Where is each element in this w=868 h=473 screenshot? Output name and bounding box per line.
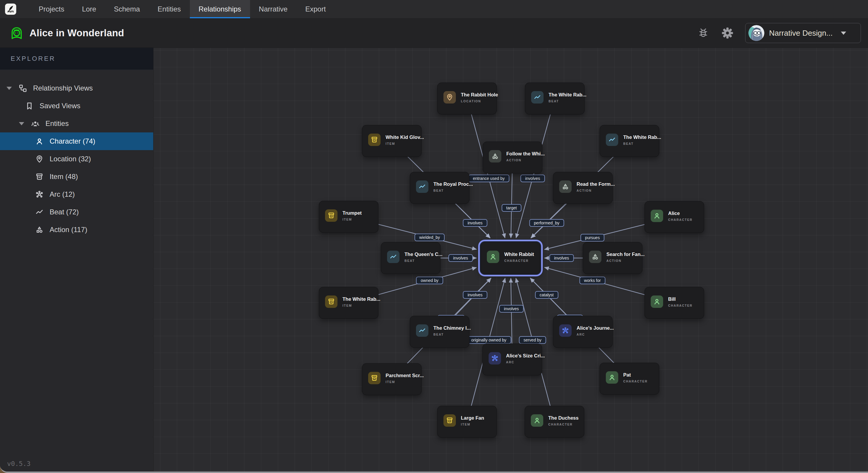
edge-label-alices-journey[interactable]: catalyst <box>535 291 558 299</box>
edge-label-search-for-fan[interactable]: involves <box>550 254 574 262</box>
bookmark-icon <box>25 101 34 110</box>
hub-icon <box>35 190 44 199</box>
nav-tab-export[interactable]: Export <box>297 0 335 18</box>
graph-node-white-kid-gloves[interactable]: White Kid Glov...ITEM <box>362 125 422 157</box>
trend-icon <box>416 325 428 337</box>
graph-canvas[interactable]: entrance used byinvolvesinvolvesinvolves… <box>154 48 868 472</box>
edge-label-alice[interactable]: pursues <box>581 234 604 241</box>
nav-tab-projects[interactable]: Projects <box>30 0 73 18</box>
edge-label-royal-procession[interactable]: involves <box>463 219 488 227</box>
workflow-icon <box>18 84 27 93</box>
node-type-badge: ARC <box>506 360 545 364</box>
node-title: The White Rab... <box>623 134 661 140</box>
graph-node-alices-size-crisis[interactable]: Alice's Size Cri...ARC <box>483 343 542 375</box>
graph-node-white-rabbit[interactable]: White RabbitCHARACTER <box>480 242 540 274</box>
node-title: Large Fan <box>461 415 484 421</box>
graph-node-white-rabbit-beat2[interactable]: The White Rab...BEAT <box>600 125 659 157</box>
box-icon <box>325 296 337 308</box>
profile-label: Narrative Design... <box>769 29 833 38</box>
shapes-icon <box>589 251 601 263</box>
graph-node-queens-court[interactable]: The Queen's C...BEAT <box>381 242 440 274</box>
header-actions: Narrative Design... <box>697 23 868 43</box>
sidebar-item-label: Action (117) <box>50 226 87 234</box>
quill-book-icon <box>6 5 15 13</box>
graph-node-follow-the-white[interactable]: Follow the Whi...ACTION <box>483 141 542 173</box>
app-version: v0.5.3 <box>7 460 30 467</box>
graph-node-read-the-form[interactable]: Read the Form...ACTION <box>553 172 613 204</box>
sidebar-item-action[interactable]: Action (117) <box>0 221 153 239</box>
node-title: Bill <box>668 296 693 302</box>
box-icon <box>35 172 44 181</box>
profile-menu-button[interactable]: Narrative Design... <box>745 23 861 43</box>
node-title: Trumpet <box>342 210 362 216</box>
bug-icon[interactable] <box>697 27 710 39</box>
edge-label-white-rabbit-beat1[interactable]: involves <box>521 175 545 182</box>
app-logo[interactable] <box>0 0 21 18</box>
graph-node-parchment-scroll[interactable]: Parchment Scr...ITEM <box>362 363 422 395</box>
girl-face-icon <box>10 27 24 39</box>
caret-down-icon[interactable] <box>6 87 12 90</box>
nav-tab-narrative[interactable]: Narrative <box>250 0 297 18</box>
edge-label-queens-court[interactable]: involves <box>448 254 473 262</box>
edge-label-read-the-form[interactable]: performed_by <box>529 219 564 227</box>
person-icon <box>487 251 499 263</box>
person-icon <box>651 210 663 222</box>
graph-node-white-rabbit-item[interactable]: The White Rab...ITEM <box>319 287 378 319</box>
edge-label-bill[interactable]: works for <box>579 277 606 284</box>
sidebar-item-saved-views[interactable]: Saved Views <box>0 97 153 115</box>
node-type-badge: BEAT <box>433 189 473 192</box>
explorer-label: EXPLORER <box>11 55 56 63</box>
graph-node-rabbit-hole[interactable]: The Rabbit HoleLOCATION <box>437 82 497 114</box>
sidebar-item-character[interactable]: Character (74) <box>0 132 153 150</box>
sidebar-item-location[interactable]: Location (32) <box>0 150 153 168</box>
node-title: The Rabbit Hole <box>461 92 498 98</box>
edge-label-rabbit-hole[interactable]: entrance used by <box>468 175 509 182</box>
edge-label-large-fan[interactable]: originally owned by <box>466 336 511 344</box>
sidebar-item-entities[interactable]: Entities <box>0 115 153 132</box>
caret-down-icon[interactable] <box>19 122 24 125</box>
node-type-badge: CHARACTER <box>548 423 579 426</box>
node-type-badge: ACTION <box>506 158 545 162</box>
node-title: Alice's Journe... <box>577 325 614 331</box>
edge-label-white-rabbit-item[interactable]: owned by <box>416 277 443 284</box>
graph-node-bill[interactable]: BillCHARACTER <box>645 287 704 319</box>
sidebar-item-item[interactable]: Item (48) <box>0 168 153 185</box>
node-type-badge: CHARACTER <box>668 218 693 222</box>
nav-tab-schema[interactable]: Schema <box>105 0 149 18</box>
sidebar-item-arc[interactable]: Arc (12) <box>0 185 153 203</box>
sidebar-item-label: Character (74) <box>50 137 95 145</box>
graph-node-chimney[interactable]: The Chimney I...BEAT <box>410 316 469 348</box>
node-title: Alice <box>668 210 693 216</box>
gear-icon[interactable] <box>721 27 734 39</box>
box-icon <box>325 209 337 222</box>
sidebar-item-beat[interactable]: Beat (72) <box>0 203 153 221</box>
chevron-down-icon <box>841 32 846 35</box>
node-type-badge: BEAT <box>404 259 442 263</box>
nav-tab-lore[interactable]: Lore <box>73 0 105 18</box>
graph-node-alice[interactable]: AliceCHARACTER <box>645 201 704 233</box>
nav-tab-entities[interactable]: Entities <box>149 0 190 18</box>
graph-node-the-duchess[interactable]: The DuchessCHARACTER <box>525 406 584 438</box>
graph-node-trumpet[interactable]: TrumpetITEM <box>319 201 378 233</box>
sidebar-item-relationship-views[interactable]: Relationship Views <box>0 79 153 97</box>
edge-label-follow-the-white[interactable]: target <box>502 204 522 212</box>
graph-node-white-rabbit-beat1[interactable]: The White Rab...BEAT <box>525 82 585 114</box>
sidebar-item-label: Location (32) <box>50 155 91 163</box>
graph-node-large-fan[interactable]: Large FanITEM <box>437 406 497 438</box>
graph-node-royal-procession[interactable]: The Royal Proc...BEAT <box>410 172 469 204</box>
edge-label-the-duchess[interactable]: served by <box>519 336 546 344</box>
nav-tab-relationships[interactable]: Relationships <box>190 0 250 18</box>
graph-node-pat[interactable]: PatCHARACTER <box>600 363 659 395</box>
graph-node-alices-journey[interactable]: Alice's Journe...ARC <box>553 316 613 348</box>
sidebar-item-label: Relationship Views <box>33 84 93 92</box>
node-title: Search for Fan... <box>607 251 645 257</box>
graph-node-search-for-fan[interactable]: Search for Fan...ACTION <box>583 242 643 274</box>
project-header: Alice in Wonderland <box>0 19 868 48</box>
edge-label-alices-size-crisis[interactable]: involves <box>499 305 524 312</box>
node-title: The Royal Proc... <box>433 181 473 187</box>
edge-label-chimney[interactable]: involves <box>463 291 488 299</box>
page-title: Alice in Wonderland <box>30 27 124 39</box>
edge-label-trumpet[interactable]: wielded_by <box>414 234 445 241</box>
box-icon <box>443 414 456 427</box>
node-title: The Queen's C... <box>404 251 442 257</box>
